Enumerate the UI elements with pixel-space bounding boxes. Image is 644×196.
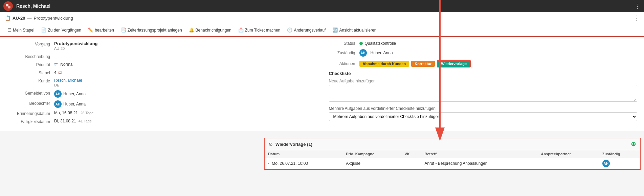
row-zustaendig-avatar: AH bbox=[602, 160, 610, 167]
ticket-icon: 📩 bbox=[238, 27, 244, 33]
mein-stapel-label: Mein Stapel bbox=[13, 28, 34, 33]
prioritaet-field: Priorität ⇄ Normal bbox=[7, 62, 315, 67]
aktionen-label: Aktionen bbox=[329, 61, 359, 66]
breadcrumb-bar: 📋 AU-20 — Prototypentwicklung ⋮ bbox=[0, 12, 644, 24]
kunde-link[interactable]: Resch, Michael bbox=[54, 78, 82, 83]
zu-den-vorgaengen-button[interactable]: 📄 Zu den Vorgängen bbox=[38, 26, 84, 34]
refresh-icon: 🔄 bbox=[332, 27, 338, 33]
bearbeiten-button[interactable]: ✏️ bearbeiten bbox=[85, 26, 117, 34]
svg-point-0 bbox=[6, 4, 8, 6]
erinnerungsdatum-days: 26 Tage bbox=[80, 111, 93, 115]
checkliste-add-label: Neue Aufgabe hinzufügen bbox=[329, 79, 638, 83]
row-icon: ▪ bbox=[268, 161, 269, 165]
stack-icon: 🗂 bbox=[58, 70, 62, 75]
beschreibung-field: Beschreibung — bbox=[7, 54, 315, 59]
wiedervorlage-add-button[interactable]: ⊕ bbox=[631, 140, 636, 148]
col-vk: VK bbox=[401, 150, 421, 158]
gemeldet-von-name: Huber, Anna bbox=[63, 92, 86, 96]
wiedervorlage-table: Datum Prio. Kampagne VK Betreff Ansprech… bbox=[265, 150, 640, 169]
col-datum: Datum bbox=[265, 150, 342, 158]
zustaendig-value: AH Huber, Anna bbox=[359, 49, 638, 57]
aenderung-icon: 🕐 bbox=[287, 27, 292, 33]
erinnerungsdatum-field: Erinnerungsdatum Mo, 16.08.21 26 Tage bbox=[7, 111, 315, 116]
top-bar-title: Resch, Michael bbox=[16, 3, 635, 9]
col-zustaendig: Zuständig bbox=[599, 150, 640, 158]
page-wrapper: Resch, Michael ⋮ 📋 AU-20 — Prototypentwi… bbox=[0, 0, 644, 177]
table-row[interactable]: ▪ Mo, 26.07.21, 10:00 Akquise Anruf - Be… bbox=[265, 158, 640, 169]
beobachter-label: Beobachter bbox=[7, 100, 54, 106]
refresh-label: Ansicht aktualisieren bbox=[339, 28, 376, 33]
priority-icon: ⇄ bbox=[54, 62, 58, 67]
wiedervorlage-header: ⊙ Wiedervorlage (1) ⊕ bbox=[265, 138, 640, 150]
faelligkeitsdatum-date: Di, 31.08.21 bbox=[54, 119, 76, 123]
stack-number: 4 bbox=[54, 70, 57, 75]
erinnerungsdatum-label: Erinnerungsdatum bbox=[7, 111, 54, 116]
zustaendig-field: Zuständig AH Huber, Anna bbox=[329, 49, 638, 57]
gemeldet-von-field: Gemeldet von AH Huber, Anna bbox=[7, 90, 315, 98]
mein-stapel-button[interactable]: ☰ Mein Stapel bbox=[5, 26, 37, 34]
wiedervorlage-collapse-icon[interactable]: ⊙ bbox=[269, 141, 273, 147]
stapel-field: Stapel 4 🗂 bbox=[7, 70, 315, 75]
gemeldet-von-avatar-container: AH Huber, Anna bbox=[54, 90, 86, 98]
zeiterfassungsprojekt-button[interactable]: 📑 Zeiterfassungsprojekt anlegen bbox=[118, 26, 185, 34]
faelligkeitsdatum-label: Fälligkeitsdatum bbox=[7, 119, 54, 124]
stapel-value: 4 🗂 bbox=[54, 70, 315, 75]
vorgaengen-label: Zu den Vorgängen bbox=[48, 28, 81, 33]
erinnerungsdatum-value: Mo, 16.08.21 26 Tage bbox=[54, 111, 315, 115]
benachrichtigungen-label: Benachrichtigungen bbox=[196, 28, 231, 33]
status-label: Status bbox=[329, 41, 359, 46]
breadcrumb-id: AU-20 bbox=[13, 16, 25, 21]
korrektur-button[interactable]: Korrektur bbox=[411, 61, 435, 67]
col-prio-kampagne: Prio. Kampagne bbox=[342, 150, 401, 158]
row-vk bbox=[401, 158, 421, 169]
kunde-value: Resch, Michael DE bbox=[54, 78, 315, 87]
aenderungsverlauf-button[interactable]: 🕐 Änderungsverlauf bbox=[284, 26, 328, 34]
benachrichtigungen-icon: 🔔 bbox=[189, 27, 194, 33]
wiedervorlage-action-button[interactable]: Wiedervorlage bbox=[437, 60, 471, 67]
mein-stapel-icon: ☰ bbox=[7, 27, 12, 33]
wiedervorlage-title: Wiedervorlage (1) bbox=[275, 142, 628, 147]
faelligkeitsdatum-days: 41 Tage bbox=[79, 119, 92, 123]
zum-ticket-button[interactable]: 📩 Zum Ticket machen bbox=[236, 26, 283, 34]
status-dot bbox=[359, 42, 363, 45]
zeiterfassung-label: Zeiterfassungsprojekt anlegen bbox=[128, 28, 182, 33]
vorgang-id: AU-20 bbox=[54, 46, 65, 51]
stack-badge: 4 🗂 bbox=[54, 70, 62, 75]
col-ansprechpartner: Ansprechpartner bbox=[538, 150, 599, 158]
prioritaet-value: ⇄ Normal bbox=[54, 62, 315, 67]
checkliste-textarea[interactable] bbox=[329, 85, 638, 102]
top-bar-menu-icon[interactable]: ⋮ bbox=[635, 2, 641, 10]
vorgang-value: Prototypentwicklung AU-20 bbox=[54, 41, 315, 51]
prioritaet-label: Priorität bbox=[7, 62, 54, 67]
breadcrumb-text: Prototypentwicklung bbox=[34, 16, 73, 21]
breadcrumb-sep: — bbox=[27, 16, 32, 21]
checkliste-title: Checkliste bbox=[329, 71, 638, 76]
row-betreff: Anruf - Besprechung Anpassungen bbox=[421, 158, 537, 169]
beschreibung-value: — bbox=[54, 54, 315, 58]
erinnerungsdatum-date: Mo, 16.08.21 bbox=[54, 111, 78, 115]
status-value: Qualitätskontrolle bbox=[359, 41, 638, 46]
benachrichtigungen-button[interactable]: 🔔 Benachrichtigungen bbox=[186, 26, 234, 34]
row-prio-kampagne: Akquise bbox=[342, 158, 401, 169]
gemeldet-von-value: AH Huber, Anna bbox=[54, 90, 315, 98]
status-text: Qualitätskontrolle bbox=[365, 41, 396, 46]
wiedervorlage-section: ⊙ Wiedervorlage (1) ⊕ Datum Prio. Kampag… bbox=[264, 138, 641, 170]
beobachter-avatar-container: AH Huber, Anna bbox=[54, 100, 86, 108]
bearbeiten-icon: ✏️ bbox=[88, 27, 93, 33]
abnahme-button[interactable]: Abnahme durch Kunden bbox=[359, 61, 409, 67]
beschreibung-label: Beschreibung bbox=[7, 54, 54, 59]
zeiterfassung-icon: 📑 bbox=[121, 27, 126, 33]
wiedervorlage-table-header-row: Datum Prio. Kampagne VK Betreff Ansprech… bbox=[265, 150, 640, 158]
kunde-field: Kunde Resch, Michael DE bbox=[7, 78, 315, 87]
zustaendig-label: Zuständig bbox=[329, 51, 359, 55]
priority-text: Normal bbox=[60, 62, 73, 67]
checklist-predefined-select[interactable]: Mehrere Aufgaben aus vordefinierter Chec… bbox=[329, 112, 638, 121]
ansicht-aktualisieren-button[interactable]: 🔄 Ansicht aktualisieren bbox=[330, 26, 379, 34]
vorgang-title: Prototypentwicklung bbox=[54, 41, 98, 46]
vorgang-field: Vorgang Prototypentwicklung AU-20 bbox=[7, 41, 315, 51]
ticket-label: Zum Ticket machen bbox=[245, 28, 281, 33]
gemeldet-von-avatar: AH bbox=[54, 90, 62, 98]
gemeldet-von-label: Gemeldet von bbox=[7, 90, 54, 96]
checkliste-section: Checkliste Neue Aufgabe hinzufügen Mehre… bbox=[329, 71, 638, 121]
breadcrumb-more-menu[interactable]: ⋮ bbox=[633, 14, 639, 22]
